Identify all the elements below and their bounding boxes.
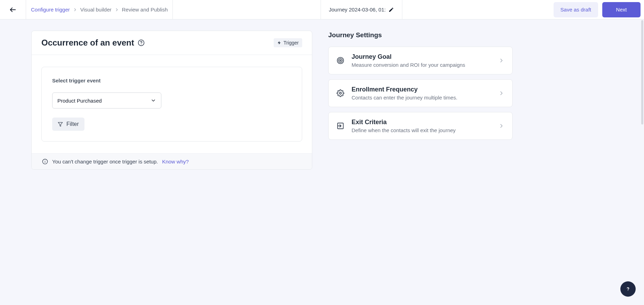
scrollbar[interactable] [641, 20, 643, 125]
svg-point-8 [339, 59, 343, 63]
left-column: Occurrence of an event Trigger Select tr… [31, 31, 312, 305]
select-trigger-label: Select trigger event [52, 78, 291, 83]
filter-button[interactable]: Filter [52, 118, 84, 131]
setting-title: Enrollment Frequency [352, 86, 491, 93]
journey-title-cell: Journey 2024-03-06, 01: [321, 0, 402, 19]
chevron-right-icon [498, 57, 505, 64]
back-button[interactable] [0, 0, 26, 19]
trigger-card-footer: You can't change trigger once trigger is… [32, 153, 312, 169]
chevron-down-icon [151, 98, 156, 103]
svg-point-7 [337, 57, 344, 64]
filter-button-label: Filter [66, 121, 79, 127]
gear-icon [337, 89, 344, 97]
chevron-right-icon [498, 90, 505, 96]
trigger-config-box: Select trigger event Product Purchased F… [41, 67, 302, 142]
journey-settings-heading: Journey Settings [328, 31, 513, 39]
setting-desc: Measure conversion and ROI for your camp… [352, 62, 491, 68]
question-icon [625, 286, 631, 292]
trigger-badge-label: Trigger [283, 40, 299, 46]
filter-icon [58, 122, 63, 127]
journey-title: Journey 2024-03-06, 01: [329, 7, 386, 13]
setting-journey-goal[interactable]: Journey Goal Measure conversion and ROI … [328, 47, 513, 74]
trigger-card-title: Occurrence of an event [41, 38, 145, 48]
trigger-badge: Trigger [274, 38, 302, 47]
setting-title: Exit Criteria [352, 119, 491, 126]
next-button[interactable]: Next [602, 2, 641, 17]
know-why-link[interactable]: Know why? [162, 159, 189, 164]
setting-title: Journey Goal [352, 53, 491, 61]
svg-marker-3 [58, 122, 63, 126]
content-area: Occurrence of an event Trigger Select tr… [0, 19, 644, 305]
save-draft-button[interactable]: Save as draft [554, 2, 598, 17]
pencil-icon [388, 7, 394, 13]
trigger-card-header: Occurrence of an event Trigger [32, 31, 312, 55]
lightning-icon [277, 41, 281, 45]
question-circle-icon [138, 39, 145, 46]
trigger-event-value: Product Purchased [57, 98, 102, 104]
trigger-title-text: Occurrence of an event [41, 38, 134, 48]
setting-desc: Contacts can enter the journey multiple … [352, 95, 491, 101]
setting-enrollment-frequency[interactable]: Enrollment Frequency Contacts can enter … [328, 79, 513, 107]
header-actions: Save as draft Next [550, 0, 644, 19]
setting-exit-criteria[interactable]: Exit Criteria Define when the contacts w… [328, 112, 513, 140]
trigger-card: Occurrence of an event Trigger Select tr… [31, 31, 312, 170]
svg-point-10 [339, 92, 341, 94]
chevron-right-icon [114, 7, 119, 12]
edit-title-button[interactable] [388, 7, 394, 13]
right-column: Journey Settings Journey Goal Measure co… [328, 31, 513, 305]
trigger-footer-text: You can't change trigger once trigger is… [52, 159, 158, 164]
help-fab-button[interactable] [620, 281, 636, 297]
breadcrumb: Configure trigger Visual builder Review … [26, 0, 173, 19]
target-icon [337, 57, 344, 64]
setting-desc: Define when the contacts will exit the j… [352, 127, 491, 133]
trigger-event-select[interactable]: Product Purchased [52, 93, 161, 109]
trigger-card-body: Select trigger event Product Purchased F… [32, 55, 312, 153]
chevron-right-icon [73, 7, 78, 12]
top-bar: Configure trigger Visual builder Review … [0, 0, 644, 19]
breadcrumb-review-publish[interactable]: Review and Publish [122, 7, 168, 13]
breadcrumb-configure-trigger[interactable]: Configure trigger [31, 7, 70, 13]
breadcrumb-visual-builder[interactable]: Visual builder [80, 7, 112, 13]
exit-icon [337, 122, 344, 130]
svg-point-9 [340, 60, 341, 61]
trigger-help-button[interactable] [138, 39, 145, 46]
arrow-left-icon [9, 6, 17, 14]
info-icon [42, 159, 48, 164]
chevron-right-icon [498, 123, 505, 129]
